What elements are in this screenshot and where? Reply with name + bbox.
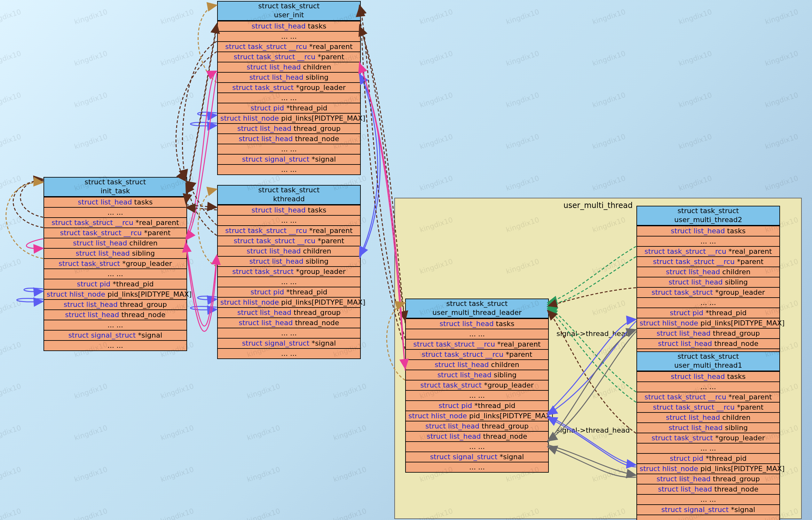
field-children: struct list_head children <box>637 266 779 277</box>
watermark: kingdix10 <box>160 49 195 68</box>
field-name: tasks <box>725 372 746 381</box>
field-name: children <box>301 247 331 255</box>
field-type: struct task_struct __rcu <box>225 43 307 51</box>
field-thread_pid: struct pid *thread_pid <box>637 308 779 318</box>
edge <box>198 112 217 116</box>
field-name: tasks <box>306 206 327 214</box>
field-name: tasks <box>306 22 327 30</box>
task-title: struct task_struct <box>637 352 779 361</box>
task-subtitle: user_multi_thread2 <box>637 215 779 226</box>
field-name: *real_parent <box>133 218 179 227</box>
field-name: children <box>720 413 750 421</box>
field-thread_group: struct list_head thread_group <box>218 307 360 317</box>
field-real_parent: struct task_struct __rcu *real_parent <box>637 246 779 256</box>
watermark: kingdix10 <box>678 49 713 68</box>
field-type: struct pid <box>670 309 704 317</box>
watermark: kingdix10 <box>591 91 626 109</box>
field-type: struct task_struct __rcu <box>422 350 504 358</box>
task-subtitle: user_init <box>218 10 360 21</box>
task-title: struct task_struct <box>218 186 360 194</box>
field-name: sibling <box>491 371 517 379</box>
field-thread_group: struct list_head thread_group <box>406 421 548 431</box>
field-name: ... ... <box>469 443 485 450</box>
field-name: ... ... <box>281 349 297 358</box>
field-type: struct hlist_node <box>640 319 698 327</box>
field-type: struct signal_struct <box>69 331 136 339</box>
field-name: *thread_pid <box>284 104 327 112</box>
field-name: ... ... <box>469 463 485 471</box>
field-name: *thread_pid <box>110 280 154 288</box>
field-dots: ... ... <box>406 462 548 472</box>
field-name: sibling <box>303 257 329 265</box>
field-children: struct list_head children <box>218 62 360 72</box>
field-type: struct task_struct <box>651 434 713 442</box>
field-name: children <box>720 268 750 276</box>
field-name: ... ... <box>107 208 123 216</box>
watermark: kingdix10 <box>73 465 108 484</box>
field-type: struct pid <box>77 280 111 288</box>
field-thread_group: struct list_head thread_group <box>218 123 360 133</box>
field-type: struct list_head <box>247 247 301 255</box>
field-name: *real_parent <box>726 248 772 255</box>
watermark: kingdix10 <box>0 299 22 317</box>
field-group_leader: struct task_struct *group_leader <box>637 433 779 443</box>
field-type: struct list_head <box>658 485 712 493</box>
field-name: tasks <box>494 320 515 328</box>
watermark: kingdix10 <box>160 382 195 400</box>
field-signal: struct signal_struct *signal <box>44 330 186 340</box>
watermark: kingdix10 <box>73 132 108 151</box>
watermark: kingdix10 <box>0 465 22 484</box>
edge <box>27 239 44 249</box>
field-dots: ... ... <box>218 348 360 358</box>
field-tasks: struct list_head tasks <box>406 318 548 329</box>
field-name: thread_group <box>479 422 529 430</box>
field-name: *thread_pid <box>703 454 747 462</box>
field-type: struct pid <box>670 454 704 462</box>
watermark: kingdix10 <box>764 49 799 68</box>
field-name: sibling <box>303 73 329 81</box>
field-name: ... ... <box>281 94 297 102</box>
field-name: ... ... <box>700 383 716 391</box>
field-name: *group_leader <box>294 83 346 92</box>
field-parent: struct task_struct __rcu *parent <box>44 228 186 238</box>
field-name: *thread_pid <box>472 401 515 410</box>
field-name: ... ... <box>281 216 297 224</box>
field-pid_links: struct hlist_node pid_links[PIDTYPE_MAX] <box>44 289 186 299</box>
field-type: struct list_head <box>249 257 303 265</box>
edge <box>21 179 43 217</box>
watermark: kingdix10 <box>764 91 799 109</box>
field-sibling: struct list_head sibling <box>637 277 779 287</box>
field-type: struct task_struct __rcu <box>52 218 133 227</box>
field-type: struct list_head <box>440 320 494 328</box>
field-type: struct task_struct <box>232 267 294 276</box>
field-name: thread_node <box>119 311 166 319</box>
field-name: pid_links[PIDTYPE_MAX] <box>698 465 785 473</box>
field-name: pid_links[PIDTYPE_MAX] <box>279 114 365 122</box>
watermark: kingdix10 <box>0 507 22 520</box>
field-name: *real_parent <box>307 43 353 51</box>
watermark: kingdix10 <box>0 132 22 151</box>
watermark: kingdix10 <box>764 132 799 151</box>
field-name: *real_parent <box>726 393 772 401</box>
field-sibling: struct list_head sibling <box>218 72 360 82</box>
field-name: pid_links[PIDTYPE_MAX] <box>698 319 785 327</box>
field-group_leader: struct task_struct *group_leader <box>218 266 360 277</box>
edge <box>186 181 217 225</box>
field-name: *signal <box>729 505 755 514</box>
field-name: ... ... <box>281 329 297 337</box>
field-dots: ... ... <box>218 93 360 103</box>
field-dots: ... ... <box>637 494 779 504</box>
field-pid_links: struct hlist_node pid_links[PIDTYPE_MAX] <box>218 113 360 123</box>
edge <box>24 288 43 292</box>
field-thread_node: struct list_head thread_node <box>44 309 186 320</box>
field-sibling: struct list_head sibling <box>406 370 548 380</box>
watermark: kingdix10 <box>160 507 195 520</box>
field-name: *group_leader <box>294 267 346 276</box>
field-children: struct list_head children <box>637 412 779 422</box>
field-type: struct hlist_node <box>220 298 279 306</box>
task-subtitle: user_multi_thread_leader <box>406 308 548 318</box>
field-tasks: struct list_head tasks <box>637 226 779 236</box>
field-name: thread_group <box>291 309 341 316</box>
field-name: thread_group <box>118 301 167 309</box>
field-pid_links: struct hlist_node pid_links[PIDTYPE_MAX] <box>637 318 779 328</box>
